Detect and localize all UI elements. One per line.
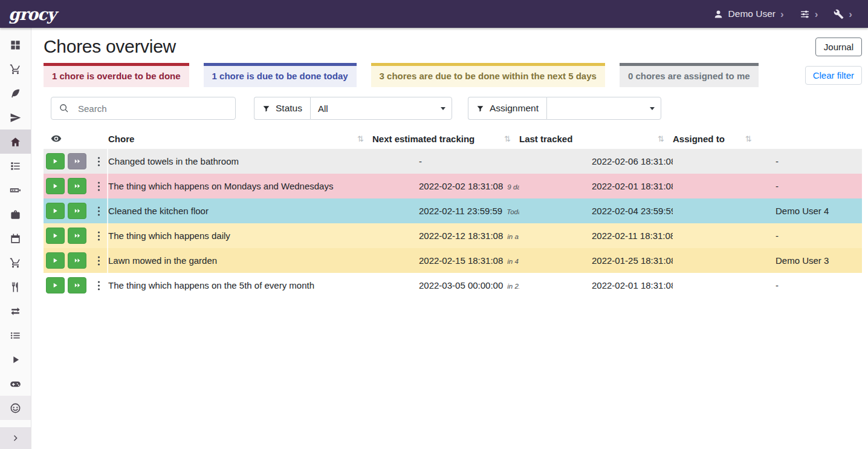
brand-logo[interactable]: grocy	[8, 6, 56, 22]
next-tracking-datetime: -	[419, 156, 422, 166]
next-tracking-humanized: 9 days ago	[507, 183, 519, 191]
play-icon	[10, 354, 21, 365]
calendar-icon	[10, 233, 21, 244]
assigned-user: Demo User 4	[776, 206, 829, 216]
admin-menu[interactable]: ›	[834, 9, 852, 19]
utensils-icon	[10, 281, 21, 293]
last-tracked-datetime: 2022-02-01 18:31:08	[592, 280, 673, 290]
next-tracking-datetime: 2022-02-11 23:59:59	[419, 206, 502, 216]
track-execution-button[interactable]	[46, 153, 65, 169]
sort-icon: ⇅	[745, 134, 760, 143]
status-filter: Status All	[254, 97, 452, 120]
sidebar-item-meal-plan[interactable]	[0, 105, 31, 129]
user-menu-label: Demo User	[728, 8, 776, 19]
page-title: Chores overview	[44, 36, 176, 57]
next-tracking-humanized: Today	[507, 208, 519, 215]
row-menu-button[interactable]	[92, 203, 105, 219]
table-row: The thing which happens on the 5th of ev…	[44, 273, 862, 298]
clear-filter-button[interactable]: Clear filter	[805, 66, 862, 85]
sort-icon: ⇅	[357, 134, 372, 143]
settings-menu[interactable]: ›	[800, 9, 818, 19]
sidebar-item-purchase[interactable]	[0, 251, 31, 275]
status-filter-select[interactable]: All	[310, 97, 452, 120]
sidebar-item-chore-tracking[interactable]	[0, 347, 31, 372]
last-tracked-datetime: 2022-02-04 23:59:59	[592, 206, 673, 216]
chore-name: The thing which happens on the 5th of ev…	[108, 280, 314, 290]
sidebar-item-tasks[interactable]	[0, 154, 31, 178]
toolbox-icon	[10, 209, 21, 220]
banner-assigned-to-me[interactable]: 0 chores are assigned to me	[620, 63, 759, 87]
sidebar-item-chores[interactable]	[0, 129, 31, 154]
grid-icon	[10, 39, 21, 51]
last-tracked-datetime: 2022-01-25 18:31:08	[592, 255, 673, 266]
search-input[interactable]	[77, 103, 235, 114]
skip-execution-button[interactable]	[68, 252, 86, 269]
battery-icon	[10, 185, 21, 196]
skip-execution-button[interactable]	[68, 203, 86, 219]
track-execution-button[interactable]	[46, 252, 65, 269]
assigned-user: -	[776, 280, 779, 290]
home-icon	[10, 136, 21, 148]
sort-icon: ⇅	[504, 134, 519, 143]
assigned-user: -	[776, 231, 779, 241]
journal-button[interactable]: Journal	[815, 38, 862, 56]
track-execution-button[interactable]	[46, 228, 65, 244]
task-list-icon	[10, 160, 21, 172]
feather-icon	[10, 88, 21, 99]
sidebar-expand-button[interactable]	[0, 427, 31, 449]
funnel-icon	[476, 105, 484, 113]
user-icon	[713, 9, 724, 19]
table-row: Cleaned the kitchen floor 2022-02-11 23:…	[44, 198, 862, 223]
row-menu-button[interactable]	[92, 178, 105, 194]
sidebar-item-inventory[interactable]	[0, 323, 31, 347]
track-execution-button[interactable]	[46, 203, 65, 219]
sidebar-item-equipment[interactable]	[0, 202, 31, 226]
search-box	[51, 97, 236, 120]
sidebar-item-batteries[interactable]	[0, 178, 31, 202]
next-tracking-humanized: in 4 days	[507, 258, 519, 265]
skip-execution-button[interactable]	[68, 178, 86, 194]
banner-due-soon[interactable]: 3 chores are due to be done within the n…	[371, 63, 605, 87]
sidebar-item-transfer[interactable]	[0, 299, 31, 323]
skip-execution-button[interactable]	[68, 153, 86, 169]
row-menu-button[interactable]	[92, 228, 105, 244]
banner-overdue[interactable]: 1 chore is overdue to be done	[44, 63, 189, 87]
sidebar-item-games[interactable]	[0, 372, 31, 396]
row-menu-button[interactable]	[92, 277, 105, 293]
sidebar-item-userentities[interactable]	[0, 396, 31, 420]
user-menu[interactable]: Demo User ›	[713, 8, 784, 19]
banner-due-today-text: 1 chore is due to be done today	[212, 71, 348, 81]
column-visibility-button[interactable]	[44, 133, 108, 144]
row-menu-button[interactable]	[92, 252, 105, 269]
column-header-chore[interactable]: Chore ⇅	[108, 134, 372, 144]
summary-banners: 1 chore is overdue to be done 1 chore is…	[44, 63, 862, 87]
smiley-icon	[10, 402, 21, 414]
bullet-list-icon	[10, 330, 21, 341]
assigned-user: -	[776, 181, 779, 191]
column-header-assigned-to[interactable]: Assigned to ⇅	[673, 134, 862, 144]
skip-execution-button[interactable]	[68, 277, 86, 293]
track-execution-button[interactable]	[46, 277, 65, 293]
sidebar-item-consume[interactable]	[0, 275, 31, 299]
row-menu-button[interactable]	[92, 153, 105, 169]
sidebar	[0, 28, 31, 449]
eye-icon	[51, 133, 108, 144]
sidebar-item-calendar[interactable]	[0, 226, 31, 251]
sidebar-item-recipes[interactable]	[0, 81, 31, 105]
last-tracked-datetime: 2022-02-06 18:31:08	[592, 156, 673, 166]
sidebar-item-stock[interactable]	[0, 33, 31, 57]
track-execution-button[interactable]	[46, 178, 65, 194]
sidebar-item-shopping-list[interactable]	[0, 57, 31, 81]
chevron-right-icon: ›	[815, 9, 818, 19]
column-header-last-tracked[interactable]: Last tracked ⇅	[519, 134, 673, 144]
skip-execution-button[interactable]	[68, 228, 86, 244]
next-tracking-datetime: 2022-02-12 18:31:08	[419, 231, 503, 241]
funnel-icon	[262, 105, 270, 113]
shopping-cart-icon	[10, 64, 21, 75]
column-header-next-tracking[interactable]: Next estimated tracking ⇅	[372, 134, 519, 144]
banner-due-today[interactable]: 1 chore is due to be done today	[204, 63, 357, 87]
assignment-filter-label: Assignment	[468, 97, 546, 120]
assignment-filter-select[interactable]	[546, 97, 661, 120]
next-tracking-humanized: in a day	[507, 233, 519, 240]
last-tracked-datetime: 2022-02-01 18:31:08	[592, 181, 673, 191]
